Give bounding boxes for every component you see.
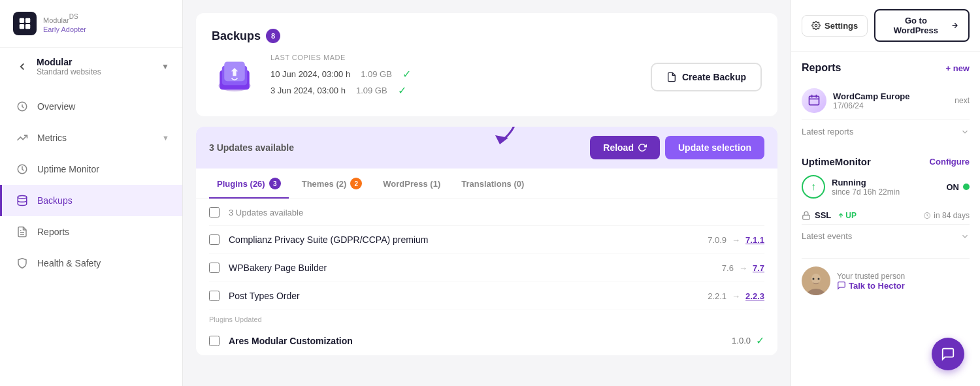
version-ares: 1.0.0 ✓ xyxy=(732,334,764,347)
settings-button[interactable]: Settings xyxy=(802,15,868,37)
arrow-icon-3: → xyxy=(732,291,740,301)
sidebar-nav-header[interactable]: Modular Standard websites ▼ xyxy=(0,48,182,86)
reports-new-link[interactable]: + new xyxy=(946,63,970,73)
create-backup-button[interactable]: Create Backup xyxy=(651,63,762,91)
logo-text: ModularDS Early Adopter xyxy=(43,13,86,34)
hector-talk-link[interactable]: Talk to Hector xyxy=(837,281,970,291)
sidebar-item-reports-label: Reports xyxy=(37,227,69,237)
health-safety-icon xyxy=(15,256,29,270)
reload-button[interactable]: Reload xyxy=(590,136,660,159)
hector-avatar xyxy=(802,266,830,295)
logo-title: ModularDS xyxy=(43,13,86,25)
configure-link[interactable]: Configure xyxy=(930,157,970,167)
sidebar-item-reports[interactable]: Reports xyxy=(0,216,182,248)
report-next-label[interactable]: next xyxy=(955,96,970,105)
content-area: Backups 8 Last copies made xyxy=(183,0,791,386)
latest-events-chevron-icon xyxy=(960,232,970,241)
chat-icon xyxy=(837,281,846,290)
tab-plugins[interactable]: Plugins (26) 3 xyxy=(209,169,289,199)
backup-label: Last copies made xyxy=(270,54,638,61)
svg-point-6 xyxy=(18,196,27,199)
uptime-section: UptimeMonitor Configure ↑ Running since … xyxy=(802,156,970,248)
ssl-up-badge: UP xyxy=(838,211,857,220)
metrics-chevron-icon: ▼ xyxy=(162,134,169,142)
main-content: Backups 8 Last copies made xyxy=(183,0,791,386)
reports-section: Reports + new WordCamp Europe 17/06/24 n xyxy=(802,62,970,143)
backups-count-badge: 8 xyxy=(266,29,280,43)
backup-check-icon-1: ✓ xyxy=(402,68,411,80)
arrow-icon-2: → xyxy=(739,263,747,273)
plugin-checkbox-ares[interactable] xyxy=(209,336,220,346)
report-name: WordCamp Europe xyxy=(833,91,948,101)
sidebar-item-uptime-monitor[interactable]: Uptime Monitor xyxy=(0,153,182,185)
go-to-wordpress-button[interactable]: Go to WordPress xyxy=(874,9,970,42)
plugin-checkbox-wpbakery[interactable] xyxy=(209,263,220,273)
select-all-label: 3 Updates available xyxy=(229,208,303,217)
sidebar-item-overview[interactable]: Overview xyxy=(0,91,182,122)
tab-translations[interactable]: Translations (0) xyxy=(453,169,532,199)
updates-actions: Reload Update selection xyxy=(590,136,764,159)
sidebar-item-metrics[interactable]: Metrics ▼ xyxy=(0,122,182,153)
on-dot-icon xyxy=(963,184,970,190)
themes-badge: 2 xyxy=(350,178,362,189)
metrics-icon xyxy=(15,131,29,145)
report-item: WordCamp Europe 17/06/24 next xyxy=(802,82,970,120)
uptime-title: UptimeMonitor xyxy=(802,156,871,167)
right-top-bar: Settings Go to WordPress xyxy=(791,0,980,52)
nav-header-title: Modular xyxy=(37,57,101,67)
sidebar-item-backups[interactable]: Backups xyxy=(0,185,182,216)
plugin-name-complianz: Complianz Privacy Suite (GDPR/CCPA) prem… xyxy=(229,234,708,245)
plugins-list: 3 Updates available Complianz Privacy Su… xyxy=(196,199,777,355)
plugin-checkbox-complianz[interactable] xyxy=(209,234,220,245)
sidebar-item-health-label: Health & Safety xyxy=(37,258,101,268)
report-info: WordCamp Europe 17/06/24 xyxy=(833,91,948,110)
hector-trusted-label: Your trusted person xyxy=(837,272,970,281)
logo-icon xyxy=(13,12,37,35)
uptime-running-icon: ↑ xyxy=(802,175,825,199)
plugin-row-posttypes: Post Types Order 2.2.1 → 2.2.3 xyxy=(209,282,764,310)
clock-icon xyxy=(923,212,931,219)
chat-fab-button[interactable] xyxy=(932,338,964,370)
svg-rect-3 xyxy=(25,24,30,29)
plugins-header-row: 3 Updates available xyxy=(209,199,764,226)
latest-reports-label: Latest reports xyxy=(802,127,854,137)
update-selection-button[interactable]: Update selection xyxy=(665,136,764,159)
uptime-monitor-icon xyxy=(15,162,29,176)
back-arrow-icon[interactable] xyxy=(13,57,31,76)
latest-reports-chevron-icon xyxy=(960,127,970,137)
nav-header-chevron-icon[interactable]: ▼ xyxy=(161,62,169,71)
arrow-icon: → xyxy=(732,235,740,245)
sidebar: ModularDS Early Adopter Modular Standard… xyxy=(0,0,183,386)
backups-icon xyxy=(15,193,29,208)
hector-section: Your trusted person Talk to Hector xyxy=(802,258,970,303)
version-posttypes: 2.2.1 → 2.2.3 xyxy=(708,291,764,301)
ares-check-icon: ✓ xyxy=(756,334,764,347)
tab-themes[interactable]: Themes (2) 2 xyxy=(294,169,370,199)
backup-row-1: 10 Jun 2024, 03:00 h 1.09 GB ✓ xyxy=(270,68,638,80)
sidebar-item-metrics-label: Metrics xyxy=(37,133,67,143)
plugin-row-wpbakery: WPBakery Page Builder 7.6 → 7.7 xyxy=(209,254,764,282)
up-arrow-icon xyxy=(838,212,844,219)
plugin-row-ares: Ares Modular Customization 1.0.0 ✓ xyxy=(209,326,764,355)
backup-info: Last copies made 10 Jun 2024, 03:00 h 1.… xyxy=(270,54,638,101)
report-avatar xyxy=(802,88,826,113)
svg-point-25 xyxy=(818,278,820,280)
right-panel: Settings Go to WordPress Reports + new xyxy=(791,0,980,386)
plugins-badge: 3 xyxy=(269,178,281,189)
sidebar-item-uptime-label: Uptime Monitor xyxy=(37,164,99,174)
select-all-checkbox[interactable] xyxy=(209,207,220,217)
latest-events-toggle[interactable]: Latest events xyxy=(802,224,970,248)
plugin-name-ares: Ares Modular Customization xyxy=(229,336,732,346)
uptime-running-label: Running xyxy=(832,178,940,187)
logo-subtitle: Early Adopter xyxy=(43,25,86,34)
nav-header-info: Modular Standard websites xyxy=(37,57,101,76)
version-wpbakery: 7.6 → 7.7 xyxy=(722,263,764,273)
latest-reports-toggle[interactable]: Latest reports xyxy=(802,120,970,143)
sidebar-item-health-safety[interactable]: Health & Safety xyxy=(0,248,182,279)
tab-wordpress[interactable]: WordPress (1) xyxy=(375,169,448,199)
plugins-updated-section-label: Plugins Updated xyxy=(209,310,764,326)
backups-title: Backups 8 xyxy=(212,29,762,43)
uptime-since-label: since 7d 16h 22min xyxy=(832,187,940,197)
plugin-checkbox-posttypes[interactable] xyxy=(209,291,220,301)
ssl-label: SSL xyxy=(815,210,831,220)
